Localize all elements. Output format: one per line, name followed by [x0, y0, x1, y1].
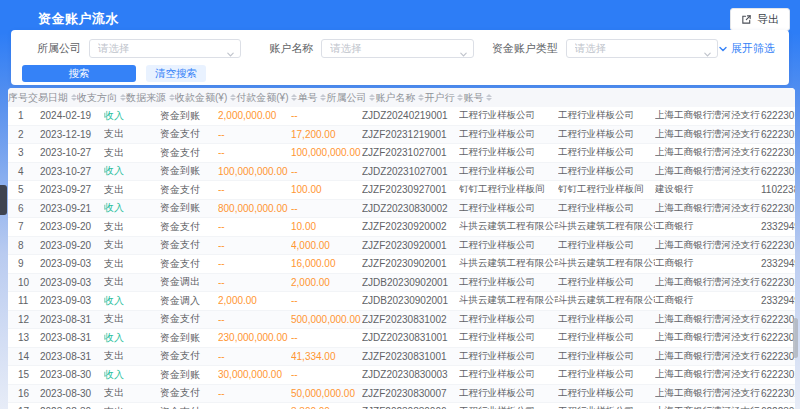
cell-company: 工程行业样板公司: [459, 387, 558, 400]
column-header-label: 收款金额(¥): [175, 91, 227, 105]
account-name-select[interactable]: 请选择: [321, 39, 473, 58]
cell-order-no: ZJZF20230831002: [362, 314, 459, 325]
cell-trade-date: 2023-08-30: [40, 388, 104, 399]
cell-index: 6: [8, 203, 40, 214]
cell-direction: 收入: [104, 331, 160, 345]
column-header[interactable]: 付款金额(¥): [236, 91, 297, 105]
account-type-select[interactable]: 请选择: [566, 39, 718, 58]
column-header-label: 账户名称: [375, 91, 415, 105]
table-row: 7 2023-09-20 支出 资金支付 -- 10.00 ZJZF202309…: [8, 218, 795, 237]
cell-company: 工程行业样板公司: [459, 165, 558, 178]
column-header[interactable]: 账户名称: [375, 91, 424, 105]
cell-account-name: 工程行业样板公司: [558, 202, 655, 215]
cell-payment-amount: --: [291, 332, 362, 343]
cell-receipt-amount: --: [218, 351, 291, 362]
cell-data-source: 资金支付: [160, 405, 218, 409]
table-row: 15 2023-08-30 收入 资金到账 30,000,000.00 -- Z…: [8, 366, 795, 385]
cell-order-no: ZJDZ20230830003: [362, 369, 459, 380]
column-header-label: 单号: [297, 91, 317, 105]
cell-receipt-amount: --: [218, 258, 291, 269]
cell-account-no: 622230111: [761, 240, 795, 251]
cell-direction: 支出: [104, 220, 160, 234]
column-header-label: 付款金额(¥): [236, 91, 288, 105]
column-header[interactable]: 收款金额(¥): [175, 91, 236, 105]
column-header[interactable]: 数据来源: [126, 91, 175, 105]
column-header[interactable]: 序号: [8, 91, 28, 105]
company-filter-label: 所属公司: [37, 41, 81, 56]
cell-payment-amount: 2,000.00: [291, 277, 362, 288]
cell-receipt-amount: 800,000,000.00: [218, 203, 291, 214]
column-header-label: 收支方向: [77, 91, 117, 105]
search-button[interactable]: 搜索: [22, 65, 136, 82]
cell-trade-date: 2023-09-03: [40, 258, 104, 269]
cell-order-no: ZJZF20230920001: [362, 240, 459, 251]
table-row: 6 2023-09-21 收入 资金到账 800,000,000.00 -- Z…: [8, 200, 795, 219]
cell-index: 1: [8, 110, 40, 121]
cell-data-source: 资金支付: [160, 386, 218, 400]
cell-account-name: 斗拱云建筑工程有限公司: [558, 257, 655, 270]
cell-receipt-amount: --: [218, 240, 291, 251]
cell-account-no: 23329499: [761, 295, 795, 306]
cell-receipt-amount: 2,000,000.00: [218, 110, 291, 121]
cell-bank: 上海工商银行漕河泾支行: [655, 331, 761, 344]
cell-trade-date: 2023-10-27: [40, 166, 104, 177]
table-row: 16 2023-08-30 支出 资金支付 -- 50,000,000.00 Z…: [8, 385, 795, 404]
account-type-select-placeholder: 请选择: [575, 42, 607, 56]
cell-account-no: 110223825: [761, 184, 795, 195]
cell-data-source: 资金支付: [160, 183, 218, 197]
cell-direction: 支出: [104, 146, 160, 160]
filter-actions: 搜索 清空搜索: [11, 58, 789, 82]
cell-receipt-amount: --: [218, 388, 291, 399]
table-row: 13 2023-08-31 收入 资金到账 230,000,000.00 -- …: [8, 329, 795, 348]
cell-direction: 支出: [104, 349, 160, 363]
cell-index: 11: [8, 295, 40, 306]
cell-direction: 支出: [104, 386, 160, 400]
cell-bank: 上海工商银行漕河泾支行: [655, 368, 761, 381]
cell-data-source: 资金支付: [160, 312, 218, 326]
export-label: 导出: [757, 12, 779, 27]
cell-data-source: 资金到账: [160, 201, 218, 215]
cell-account-name: 工程行业样板公司: [558, 109, 655, 122]
cell-data-source: 资金支付: [160, 220, 218, 234]
cell-data-source: 资金调入: [160, 294, 218, 308]
cell-trade-date: 2023-09-21: [40, 203, 104, 214]
cell-payment-amount: 16,000.00: [291, 258, 362, 269]
cell-index: 13: [8, 332, 40, 343]
cell-account-name: 工程行业样板公司: [558, 276, 655, 289]
company-select[interactable]: 请选择: [89, 39, 241, 58]
filter-row: 所属公司 请选择 账户名称 请选择 资金账户类型 请选择 展开筛选: [11, 30, 789, 58]
clear-search-button[interactable]: 清空搜索: [146, 65, 206, 82]
cell-account-no: 622230111: [761, 277, 795, 288]
cell-order-no: ZJZF20230831001: [362, 351, 459, 362]
column-header[interactable]: 收支方向: [77, 91, 126, 105]
cell-account-no: 622230111: [761, 351, 795, 362]
cell-direction: 收入: [104, 294, 160, 308]
column-header[interactable]: 所属公司: [326, 91, 375, 105]
chevron-down-icon: [718, 44, 728, 54]
chevron-down-icon: [459, 45, 468, 63]
cell-bank: 上海工商银行漕河泾支行: [655, 202, 761, 215]
cell-bank: 上海工商银行漕河泾支行: [655, 405, 761, 409]
column-header[interactable]: 单号: [297, 91, 326, 105]
drawer-handle[interactable]: [0, 185, 7, 215]
column-header[interactable]: 交易日期: [28, 91, 77, 105]
scrollbar-thumb[interactable]: [793, 318, 798, 358]
cell-bank: 工商银行: [655, 294, 761, 307]
table-row: 5 2023-09-27 支出 资金支付 -- 100.00 ZJZF20230…: [8, 181, 795, 200]
column-header-label: 数据来源: [126, 91, 166, 105]
column-header[interactable]: 开户行: [424, 91, 463, 105]
cell-data-source: 资金到账: [160, 109, 218, 123]
cell-account-no: 622230111: [761, 147, 795, 158]
column-header[interactable]: 账号: [463, 91, 492, 105]
expand-filters-link[interactable]: 展开筛选: [718, 41, 775, 56]
export-button[interactable]: 导出: [730, 8, 790, 31]
table-row: 9 2023-09-03 支出 资金支付 -- 16,000.00 ZJZF20…: [8, 255, 795, 274]
cell-bank: 上海工商银行漕河泾支行: [655, 350, 761, 363]
cell-trade-date: 2023-08-31: [40, 332, 104, 343]
column-header-label: 交易日期: [28, 91, 68, 105]
cell-direction: 收入: [104, 368, 160, 382]
cell-receipt-amount: --: [218, 314, 291, 325]
cell-order-no: ZJZF20230927001: [362, 184, 459, 195]
page-title: 资金账户流水: [38, 10, 119, 28]
cell-company: 工程行业样板公司: [459, 202, 558, 215]
